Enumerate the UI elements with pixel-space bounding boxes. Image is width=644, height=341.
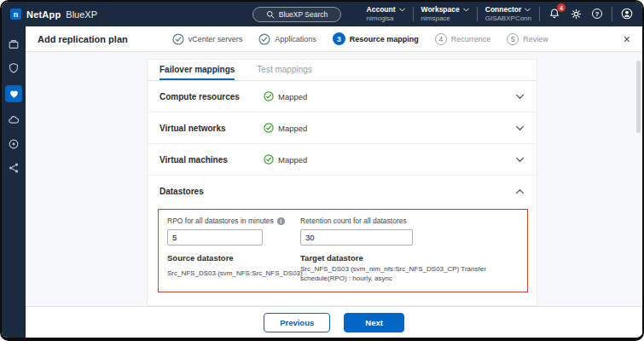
brand: n NetApp BlueXP (10, 9, 97, 20)
status-text: Mapped (278, 155, 307, 165)
scrollbar[interactable] (636, 55, 641, 303)
retention-label: Retention count for all datastores (300, 217, 519, 225)
brand-name: NetApp (26, 9, 61, 20)
step-label: Recurrence (451, 35, 491, 43)
storage-nav-icon[interactable] (8, 38, 20, 50)
governance-nav-icon[interactable] (8, 137, 20, 150)
divider (612, 7, 612, 21)
mappings-card: Failover mappings Test mappings Compute … (147, 59, 537, 306)
section-virtual-networks[interactable]: Virtual networks Mapped (148, 113, 537, 144)
account-value: nimogisa (367, 14, 405, 22)
step-review[interactable]: 5 Review (507, 33, 548, 45)
step-label: Review (523, 35, 548, 43)
connector-selector[interactable]: Connector GISABXPConn (485, 6, 531, 22)
top-bar: n NetApp BlueXP BlueXP Search Account ni… (2, 2, 642, 26)
step-applications[interactable]: Applications (258, 33, 316, 45)
next-button[interactable]: Next (344, 313, 404, 332)
bluexp-search[interactable]: BlueXP Search (252, 7, 341, 22)
mobility-nav-icon[interactable] (8, 113, 20, 126)
account-label: Account (367, 6, 396, 14)
datastores-panel: RPO for all datastores in minutes i Rete… (148, 206, 537, 305)
section-label: Virtual machines (160, 155, 264, 165)
retention-input[interactable] (300, 229, 413, 246)
mapped-status: Mapped (264, 91, 307, 101)
chevron-down-icon (525, 8, 531, 12)
top-right-cluster: Account nimogisa Workspace nimspace Conn… (367, 6, 634, 22)
scrollbar-thumb[interactable] (636, 61, 641, 133)
step-label: Resource mapping (350, 35, 419, 43)
workspace-label: Workspace (421, 6, 460, 14)
check-circle-icon (264, 154, 274, 165)
section-label: Compute resources (160, 92, 264, 101)
divider (477, 7, 478, 21)
settings-button[interactable] (569, 7, 583, 20)
step-label: vCenter servers (189, 35, 243, 43)
wizard-footer: Previous Next (26, 306, 642, 338)
main-content: Failover mappings Test mappings Compute … (26, 52, 642, 306)
netapp-logo-icon: n (10, 9, 21, 20)
step-recurrence[interactable]: 4 Recurrence (435, 33, 491, 45)
step-vcenter-servers[interactable]: vCenter servers (172, 33, 243, 45)
search-icon (266, 10, 275, 19)
stepper: vCenter servers Applications 3 Resource … (172, 32, 548, 45)
step-resource-mapping[interactable]: 3 Resource mapping (333, 32, 419, 45)
step-complete-icon (258, 33, 270, 45)
status-text: Mapped (278, 124, 307, 133)
info-icon[interactable]: i (277, 217, 285, 225)
source-datastore-value: Src_NFS_DS03 (svm_NFS:Src_NFS_DS03) (167, 269, 293, 279)
step-complete-icon (172, 33, 184, 45)
mapped-status: Mapped (264, 154, 307, 165)
rpo-label: RPO for all datastores in minutes i (167, 217, 293, 225)
section-label: Datastores (160, 187, 264, 196)
connector-label: Connector (485, 6, 522, 14)
section-label: Virtual networks (160, 124, 264, 133)
user-icon (621, 8, 633, 20)
chevron-up-icon[interactable] (515, 188, 525, 194)
check-circle-icon (264, 91, 274, 101)
chevron-down-icon (399, 8, 405, 12)
section-virtual-machines[interactable]: Virtual machines Mapped (148, 144, 537, 176)
status-text: Mapped (278, 92, 307, 101)
step-number-active: 3 (333, 32, 345, 45)
datastores-highlight-box: RPO for all datastores in minutes i Rete… (158, 209, 528, 292)
tab-failover-mappings[interactable]: Failover mappings (160, 60, 235, 80)
chevron-down-icon[interactable] (515, 125, 525, 131)
chevron-down-icon[interactable] (515, 157, 525, 163)
step-label: Applications (275, 35, 316, 43)
wizard-header: Add replication plan vCenter servers App… (26, 26, 642, 52)
help-button[interactable]: ? (590, 7, 604, 20)
section-datastores[interactable]: Datastores (148, 176, 537, 206)
close-icon[interactable]: × (624, 33, 630, 45)
connector-value: GISABXPConn (485, 14, 531, 22)
page-title: Add replication plan (38, 34, 128, 44)
chevron-down-icon (463, 8, 469, 12)
section-compute-resources[interactable]: Compute resources Mapped (148, 81, 537, 113)
help-icon: ? (592, 9, 602, 19)
gear-icon (571, 9, 582, 20)
source-datastore-header: Source datastore (167, 253, 293, 263)
protection-nav-icon-active[interactable] (5, 85, 22, 102)
account-selector[interactable]: Account nimogisa (367, 6, 405, 22)
previous-button[interactable]: Previous (264, 313, 330, 332)
step-number: 4 (435, 33, 447, 45)
left-nav (2, 26, 26, 338)
tab-test-mappings[interactable]: Test mappings (257, 60, 311, 80)
search-label: BlueXP Search (279, 10, 328, 19)
notifications-button[interactable]: 4 (548, 7, 561, 20)
notification-badge: 4 (557, 3, 566, 12)
mapped-status: Mapped (264, 123, 307, 133)
check-circle-icon (264, 123, 274, 133)
chevron-down-icon[interactable] (515, 94, 525, 100)
share-nav-icon[interactable] (8, 161, 20, 174)
divider (539, 7, 540, 21)
rpo-input[interactable] (167, 229, 263, 246)
rpo-label-text: RPO for all datastores in minutes (167, 217, 274, 225)
step-number: 5 (507, 33, 519, 45)
tabs: Failover mappings Test mappings (148, 60, 537, 81)
health-nav-icon[interactable] (8, 61, 20, 74)
workspace-selector[interactable]: Workspace nimspace (421, 6, 469, 22)
brand-product: BlueXP (66, 9, 97, 20)
user-menu-button[interactable] (620, 7, 634, 20)
target-datastore-value: Src_NFS_DS03 (svm_nim_nfs:Src_NFS_DS03_C… (300, 265, 519, 284)
target-datastore-header: Target datastore (300, 253, 519, 263)
